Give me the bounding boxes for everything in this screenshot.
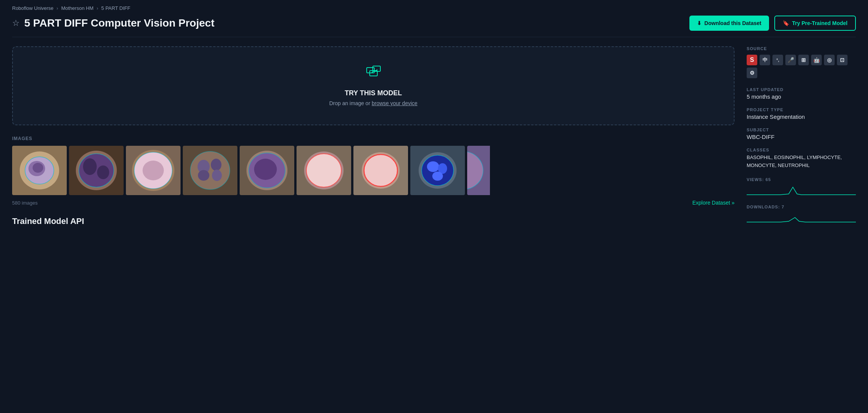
- source-icon-gear[interactable]: ⚙: [747, 68, 757, 78]
- svg-point-20: [143, 161, 164, 180]
- source-icon-robot[interactable]: 🤖: [811, 55, 822, 65]
- title-buttons: ⬇ Download this Dataset 🔖 Try Pre-Traine…: [689, 16, 856, 31]
- drop-zone-subtitle: Drop an image or browse your device: [329, 100, 418, 106]
- images-grid: [12, 146, 735, 195]
- source-icon-zh[interactable]: 中: [760, 55, 770, 65]
- source-icon-mic[interactable]: 🎤: [785, 55, 796, 65]
- star-icon[interactable]: ☆: [12, 18, 20, 28]
- subject-label: SUBJECT: [747, 128, 856, 132]
- breadcrumb-item-roboflow[interactable]: Roboflow Universe: [12, 5, 53, 11]
- project-type-label: PROJECT TYPE: [747, 107, 856, 112]
- cell-image-2[interactable]: [69, 146, 124, 195]
- content-area: TRY THIS MODEL Drop an image or browse y…: [12, 46, 735, 232]
- try-btn-label: Try Pre-Trained Model: [792, 20, 848, 26]
- browse-device-link[interactable]: browse your device: [372, 100, 418, 106]
- svg-point-27: [198, 170, 209, 181]
- source-icon-grid[interactable]: ⊞: [798, 55, 809, 65]
- views-chart: [747, 183, 856, 197]
- cell-image-8[interactable]: [410, 146, 465, 195]
- main-layout: TRY THIS MODEL Drop an image or browse y…: [0, 37, 868, 241]
- cell-image-7[interactable]: [353, 146, 408, 195]
- download-btn-label: Download this Dataset: [705, 20, 761, 26]
- svg-point-32: [254, 159, 277, 180]
- svg-point-47: [432, 172, 443, 181]
- svg-point-15: [97, 166, 109, 179]
- source-icon-square[interactable]: ⊡: [837, 55, 848, 65]
- explore-dataset-link[interactable]: Explore Dataset »: [692, 200, 735, 206]
- last-updated-block: LAST UPDATED 5 months ago: [747, 87, 856, 100]
- project-type-block: PROJECT TYPE Instance Segmentation: [747, 107, 856, 120]
- images-count: 580 images: [12, 200, 38, 206]
- svg-point-14: [83, 158, 97, 175]
- last-updated-value: 5 months ago: [747, 93, 856, 100]
- breadcrumb-sep-1: ›: [57, 5, 58, 11]
- drop-zone-icon: [364, 65, 383, 84]
- cell-image-1[interactable]: [12, 146, 67, 195]
- drop-zone[interactable]: TRY THIS MODEL Drop an image or browse y…: [12, 46, 735, 125]
- svg-point-26: [212, 170, 222, 181]
- title-row: ☆ 5 PART DIFF Computer Vision Project ⬇ …: [12, 16, 856, 37]
- breadcrumb-item-motherson[interactable]: Motherson HM: [61, 5, 93, 11]
- svg-point-45: [427, 161, 439, 172]
- images-footer: 580 images Explore Dataset »: [12, 200, 735, 206]
- source-icon-circle[interactable]: ◎: [824, 55, 835, 65]
- subject-block: SUBJECT WBC-DIFF: [747, 128, 856, 140]
- classes-block: CLASSES BASOPHIL, EOSINOPHIL, LYMPHOCYTE…: [747, 148, 856, 170]
- views-block: VIEWS: 65: [747, 177, 856, 197]
- cell-image-6[interactable]: [297, 146, 351, 195]
- source-icon-comma[interactable]: °,: [772, 55, 783, 65]
- project-type-value: Instance Segmentation: [747, 113, 856, 120]
- svg-point-9: [33, 163, 43, 173]
- sidebar: SOURCE S 中 °, 🎤 ⊞ 🤖 ◎ ⊡ ⚙ LAST UPDATED 5…: [735, 46, 856, 232]
- images-section-label: IMAGES: [12, 136, 735, 141]
- classes-value: BASOPHIL, EOSINOPHIL, LYMPHOCYTE, MONOCY…: [747, 154, 856, 170]
- downloads-block: DOWNLOADS: 7: [747, 205, 856, 224]
- download-dataset-button[interactable]: ⬇ Download this Dataset: [689, 16, 769, 31]
- subject-value: WBC-DIFF: [747, 134, 856, 140]
- cell-image-4[interactable]: [183, 146, 237, 195]
- source-label: SOURCE: [747, 46, 856, 51]
- downloads-label: DOWNLOADS: 7: [747, 205, 856, 209]
- breadcrumb: Roboflow Universe › Motherson HM › 5 PAR…: [12, 5, 856, 11]
- breadcrumb-item-current: 5 PART DIFF: [101, 5, 130, 11]
- downloads-chart: [747, 211, 856, 224]
- svg-point-25: [211, 159, 221, 171]
- page-title: 5 PART DIFF Computer Vision Project: [24, 17, 214, 29]
- last-updated-label: LAST UPDATED: [747, 87, 856, 92]
- cell-image-9[interactable]: [467, 146, 522, 195]
- trained-model-title: Trained Model API: [12, 216, 735, 226]
- download-icon: ⬇: [697, 20, 702, 26]
- try-icon: 🔖: [783, 20, 789, 26]
- try-pretrained-button[interactable]: 🔖 Try Pre-Trained Model: [774, 16, 856, 31]
- title-left: ☆ 5 PART DIFF Computer Vision Project: [12, 17, 214, 29]
- cell-image-5[interactable]: [240, 146, 294, 195]
- source-icon-s[interactable]: S: [747, 55, 757, 65]
- classes-label: CLASSES: [747, 148, 856, 152]
- drop-zone-title: TRY THIS MODEL: [345, 89, 402, 97]
- views-label: VIEWS: 65: [747, 177, 856, 182]
- breadcrumb-sep-2: ›: [97, 5, 98, 11]
- cell-image-3[interactable]: [126, 146, 181, 195]
- source-icons: S 中 °, 🎤 ⊞ 🤖 ◎ ⊡ ⚙: [747, 55, 856, 78]
